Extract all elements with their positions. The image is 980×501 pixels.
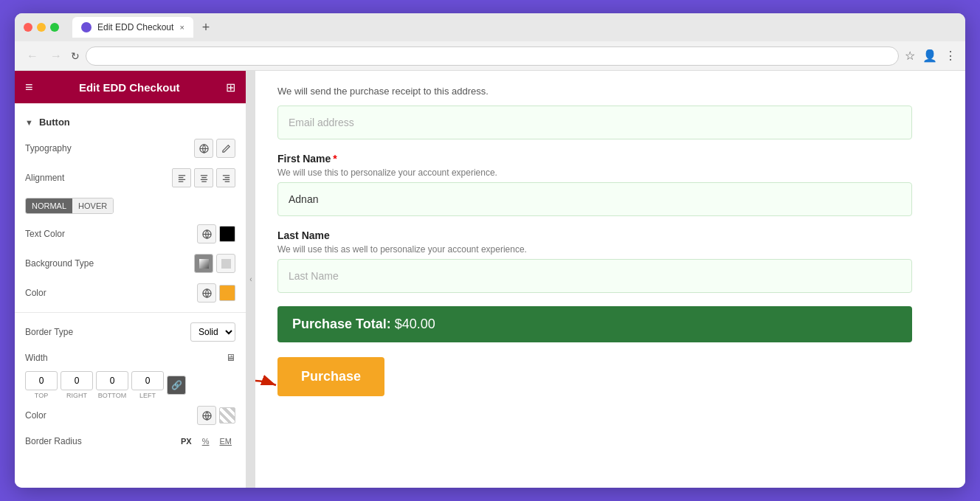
email-input[interactable] — [277, 106, 912, 139]
collapse-handle[interactable]: ‹ — [246, 71, 255, 488]
svg-rect-3 — [221, 259, 231, 269]
hamburger-icon[interactable]: ≡ — [25, 80, 33, 95]
first-name-hint: We will use this to personalize your acc… — [277, 167, 912, 178]
alignment-row: Alignment — [15, 163, 246, 193]
color2-controls — [197, 406, 235, 425]
align-right-btn[interactable] — [216, 168, 235, 187]
width-bottom-input[interactable] — [96, 371, 128, 390]
close-dot[interactable] — [24, 23, 32, 32]
bg-type-solid-btn[interactable] — [216, 254, 235, 273]
width-left-input[interactable] — [131, 371, 164, 390]
border-type-select[interactable]: Solid — [190, 322, 235, 342]
width-right-input[interactable] — [61, 371, 93, 390]
tab-close-button[interactable]: × — [179, 23, 184, 32]
address-bar[interactable] — [86, 46, 899, 66]
color-globe-btn[interactable] — [197, 283, 216, 303]
hover-tab[interactable]: HOVER — [72, 198, 113, 213]
text-color-label: Text Color — [25, 229, 65, 239]
sidebar: ≡ Edit EDD Checkout ⊞ ▼ Button Typograph… — [15, 71, 246, 488]
background-type-label: Background Type — [25, 258, 94, 269]
color2-label: Color — [25, 410, 46, 421]
text-color-row: Text Color — [15, 219, 246, 249]
border-type-label: Border Type — [25, 327, 73, 337]
typography-pencil-btn[interactable] — [216, 139, 235, 158]
browser-window: Edit EDD Checkout × + ← → ↻ ☆ 👤 ⋮ ≡ Edit… — [15, 13, 965, 488]
width-inputs-row: TOP RIGHT BOTTOM LEFT 🔗 — [15, 368, 246, 401]
typography-row: Typography — [15, 134, 246, 163]
width-bottom-group: BOTTOM — [96, 371, 128, 399]
grid-icon[interactable]: ⊞ — [226, 80, 235, 94]
typography-controls — [194, 139, 235, 158]
toolbar-actions: ☆ 👤 ⋮ — [905, 49, 956, 63]
main-content: We will send the purchase receipt to thi… — [255, 71, 965, 488]
first-name-field-group: First Name* We will use this to personal… — [277, 153, 912, 216]
sidebar-body: ▼ Button Typography — [15, 103, 246, 488]
border-radius-em[interactable]: EM — [216, 435, 236, 447]
first-name-input[interactable] — [277, 182, 912, 216]
color2-globe-btn[interactable] — [197, 406, 216, 425]
purchase-button[interactable]: Purchase — [277, 357, 384, 396]
width-left-label: LEFT — [139, 392, 156, 399]
alignment-controls — [172, 168, 235, 187]
bookmark-icon[interactable]: ☆ — [905, 49, 915, 63]
section-label: Button — [39, 117, 70, 128]
svg-rect-2 — [199, 259, 209, 269]
color-controls — [197, 283, 235, 303]
divider-1 — [15, 312, 246, 313]
border-type-row: Border Type Solid — [15, 317, 246, 347]
tab-title: Edit EDD Checkout — [97, 22, 173, 32]
state-tabs-row: NORMAL HOVER — [15, 193, 246, 219]
border-radius-pct[interactable]: % — [199, 435, 213, 447]
width-top-input[interactable] — [25, 371, 58, 390]
browser-tab[interactable]: Edit EDD Checkout × — [72, 17, 193, 38]
profile-icon[interactable]: 👤 — [922, 49, 937, 63]
align-center-btn[interactable] — [194, 168, 213, 187]
bg-type-gradient-btn[interactable] — [194, 254, 213, 273]
purchase-amount: $40.00 — [395, 317, 435, 331]
background-type-row: Background Type — [15, 249, 246, 278]
sidebar-title: Edit EDD Checkout — [79, 81, 180, 94]
color-row: Color — [15, 278, 246, 308]
browser-toolbar: ← → ↻ ☆ 👤 ⋮ — [15, 41, 965, 71]
menu-icon[interactable]: ⋮ — [945, 49, 956, 63]
alignment-label: Alignment — [25, 173, 64, 183]
width-top-label: TOP — [35, 392, 48, 399]
normal-tab[interactable]: NORMAL — [26, 198, 72, 213]
purchase-total-text: Purchase Total: $40.00 — [292, 317, 435, 331]
width-monitor-icon: 🖥 — [226, 352, 235, 363]
maximize-dot[interactable] — [50, 23, 59, 32]
typography-label: Typography — [25, 143, 72, 153]
color2-swatch[interactable] — [219, 407, 235, 424]
width-left-group: LEFT — [131, 371, 164, 399]
refresh-button[interactable]: ↻ — [71, 50, 80, 62]
text-color-globe-btn[interactable] — [197, 224, 216, 243]
window-controls — [24, 23, 59, 32]
sidebar-header: ≡ Edit EDD Checkout ⊞ — [15, 71, 246, 103]
last-name-label: Last Name — [277, 229, 912, 241]
forward-button[interactable]: → — [47, 48, 65, 64]
link-icon-btn[interactable]: 🔗 — [167, 376, 186, 395]
chevron-icon: ▼ — [25, 118, 33, 127]
last-name-field-group: Last Name We will use this as well to pe… — [277, 229, 912, 293]
color-swatch-orange[interactable] — [219, 285, 235, 301]
last-name-input[interactable] — [277, 259, 912, 293]
border-radius-tabs: PX % EM — [177, 435, 235, 447]
minimize-dot[interactable] — [37, 23, 46, 32]
text-color-controls — [197, 224, 235, 243]
typography-globe-btn[interactable] — [194, 139, 213, 158]
back-button[interactable]: ← — [24, 48, 41, 64]
text-color-swatch[interactable] — [219, 226, 235, 242]
color2-row: Color — [15, 401, 246, 430]
purchase-btn-container: Purchase — [277, 357, 384, 396]
border-radius-label: Border Radius — [25, 436, 82, 446]
border-radius-row: Border Radius PX % EM — [15, 430, 246, 452]
border-radius-px[interactable]: PX — [177, 435, 196, 447]
tab-favicon — [81, 22, 92, 32]
new-tab-button[interactable]: + — [202, 20, 210, 35]
first-name-label: First Name* — [277, 153, 912, 165]
receipt-text: We will send the purchase receipt to thi… — [277, 86, 912, 97]
button-section-header[interactable]: ▼ Button — [15, 111, 246, 134]
width-top-group: TOP — [25, 371, 58, 399]
last-name-hint: We will use this as well to personalize … — [277, 244, 912, 255]
align-left-btn[interactable] — [172, 168, 191, 187]
